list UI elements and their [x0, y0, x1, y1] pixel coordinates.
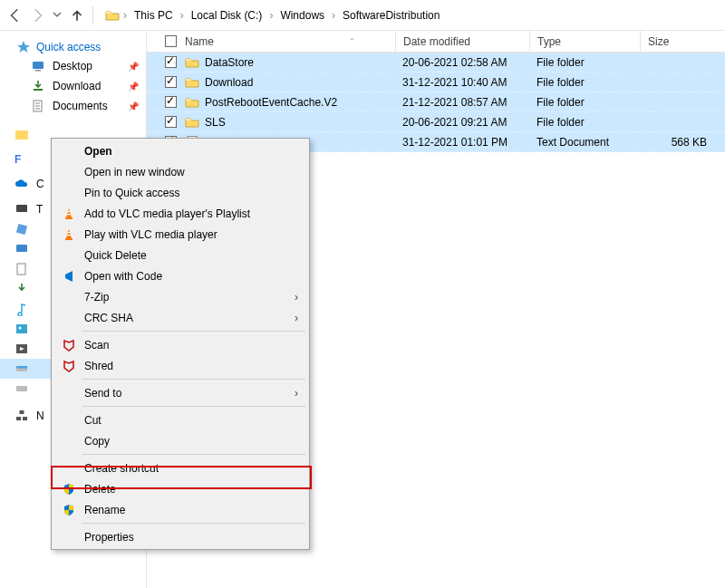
nav-forward-button[interactable]: [29, 7, 45, 24]
svg-rect-9: [16, 224, 27, 235]
file-name: PostRebootEventCache.V2: [205, 96, 337, 109]
file-row[interactable]: Download31-12-2021 10:40 AMFile folder: [147, 72, 725, 92]
download-icon: [14, 282, 29, 296]
svg-marker-30: [66, 229, 72, 238]
breadcrumb-windows[interactable]: Windows: [276, 5, 328, 25]
column-header-type[interactable]: Type: [529, 31, 640, 52]
desktop-icon: [14, 242, 29, 256]
ctx-shred[interactable]: Shred: [53, 355, 307, 376]
ctx-send-to[interactable]: Send to ›: [53, 382, 307, 403]
drive-icon: [14, 361, 29, 376]
file-type: Text Document: [529, 136, 640, 149]
svg-point-13: [19, 327, 22, 330]
column-header-name[interactable]: Name ⌃: [181, 35, 395, 48]
ctx-open[interactable]: Open: [53, 140, 307, 161]
ctx-play-vlc[interactable]: Play with VLC media player: [53, 224, 307, 245]
separator: [92, 6, 93, 24]
checkbox-icon: [165, 96, 177, 108]
separator: [82, 406, 305, 407]
file-date: 31-12-2021 10:40 AM: [395, 76, 529, 89]
row-checkbox[interactable]: [160, 96, 181, 108]
submenu-arrow-icon: ›: [295, 312, 298, 324]
network-icon: [14, 409, 29, 423]
folder-icon: [14, 128, 29, 142]
row-checkbox[interactable]: [160, 76, 181, 88]
ctx-pin-quick-access[interactable]: Pin to Quick access: [53, 182, 307, 203]
file-type: File folder: [529, 56, 640, 69]
file-row[interactable]: DataStore20-06-2021 02:58 AMFile folder: [147, 53, 725, 72]
ctx-crc-sha[interactable]: CRC SHA ›: [53, 307, 307, 328]
uac-shield-icon: [61, 502, 77, 518]
ctx-rename[interactable]: Rename: [53, 499, 307, 520]
checkbox-icon: [165, 76, 177, 88]
svg-rect-8: [16, 205, 27, 212]
breadcrumb-softwaredistribution[interactable]: SoftwareDistribution: [339, 5, 443, 25]
ctx-copy[interactable]: Copy: [53, 430, 307, 451]
ctx-properties[interactable]: Properties: [53, 526, 307, 547]
file-type: File folder: [529, 96, 640, 109]
column-header-date[interactable]: Date modified: [395, 31, 529, 52]
column-header-size[interactable]: Size: [640, 31, 725, 52]
separator: [82, 379, 305, 380]
obj-icon: [14, 222, 29, 236]
sidebar-quick-access[interactable]: Quick access: [0, 36, 146, 56]
folder-icon: [185, 75, 199, 90]
vlc-icon: [61, 227, 77, 243]
svg-rect-7: [15, 130, 28, 140]
folder-icon: [105, 8, 120, 23]
breadcrumb-this-pc[interactable]: This PC: [130, 5, 177, 25]
pin-icon: 📌: [128, 62, 139, 72]
chevron-right-icon[interactable]: ›: [177, 9, 188, 22]
videos-icon: [14, 342, 29, 356]
ctx-add-vlc-playlist[interactable]: Add to VLC media player's Playlist: [53, 203, 307, 224]
ctx-quick-delete[interactable]: Quick Delete: [53, 245, 307, 265]
breadcrumb-local-disk[interactable]: Local Disk (C:): [188, 5, 266, 25]
ctx-open-new-window[interactable]: Open in new window: [53, 161, 307, 182]
music-icon: [14, 302, 29, 316]
ctx-open-with-code[interactable]: Open with Code: [53, 265, 307, 286]
ctx-delete[interactable]: Delete: [53, 478, 307, 499]
address-bar[interactable]: › This PC › Local Disk (C:) › Windows › …: [101, 5, 718, 26]
chevron-right-icon[interactable]: ›: [266, 9, 276, 22]
chevron-right-icon[interactable]: ›: [120, 9, 130, 22]
file-row[interactable]: PostRebootEventCache.V221-12-2021 08:57 …: [147, 92, 725, 112]
svg-rect-2: [34, 89, 43, 91]
svg-rect-29: [67, 214, 72, 215]
uac-shield-icon: [61, 481, 77, 497]
column-header-checkbox[interactable]: [160, 35, 181, 47]
svg-rect-28: [67, 211, 71, 212]
file-row[interactable]: SLS20-06-2021 09:21 AMFile folder: [147, 112, 725, 132]
ctx-create-shortcut[interactable]: Create shortcut: [53, 458, 307, 478]
file-size: 568 KB: [640, 136, 725, 149]
row-checkbox[interactable]: [160, 56, 181, 68]
svg-rect-31: [65, 238, 72, 240]
cloud-icon: [14, 177, 29, 191]
nav-history-dropdown[interactable]: [51, 9, 63, 22]
pin-icon: 📌: [128, 101, 139, 111]
nav-up-button[interactable]: [69, 7, 85, 24]
sidebar-item-desktop[interactable]: Desktop 📌: [0, 56, 146, 76]
desktop-icon: [31, 59, 45, 73]
svg-rect-17: [16, 366, 27, 369]
separator: [82, 454, 305, 455]
row-checkbox[interactable]: [160, 116, 181, 128]
svg-rect-33: [67, 235, 72, 236]
folder-icon: [185, 95, 199, 110]
star-icon: [16, 40, 31, 54]
svg-rect-27: [65, 217, 72, 219]
svg-rect-1: [35, 70, 41, 72]
sidebar-item-documents[interactable]: Documents 📌: [0, 96, 146, 116]
svg-rect-21: [20, 410, 24, 414]
sidebar-quick-access-label: Quick access: [36, 41, 101, 53]
sidebar-item-download[interactable]: Download 📌: [0, 76, 146, 96]
ctx-7zip[interactable]: 7-Zip ›: [53, 286, 307, 307]
ctx-cut[interactable]: Cut: [53, 410, 307, 430]
chevron-right-icon[interactable]: ›: [328, 9, 339, 22]
svg-rect-0: [33, 62, 44, 69]
file-name: DataStore: [205, 56, 254, 69]
vscode-icon: [61, 268, 77, 284]
svg-rect-11: [17, 264, 25, 275]
ctx-scan[interactable]: Scan: [53, 334, 307, 355]
svg-marker-26: [66, 208, 72, 217]
nav-back-button[interactable]: [7, 7, 24, 24]
